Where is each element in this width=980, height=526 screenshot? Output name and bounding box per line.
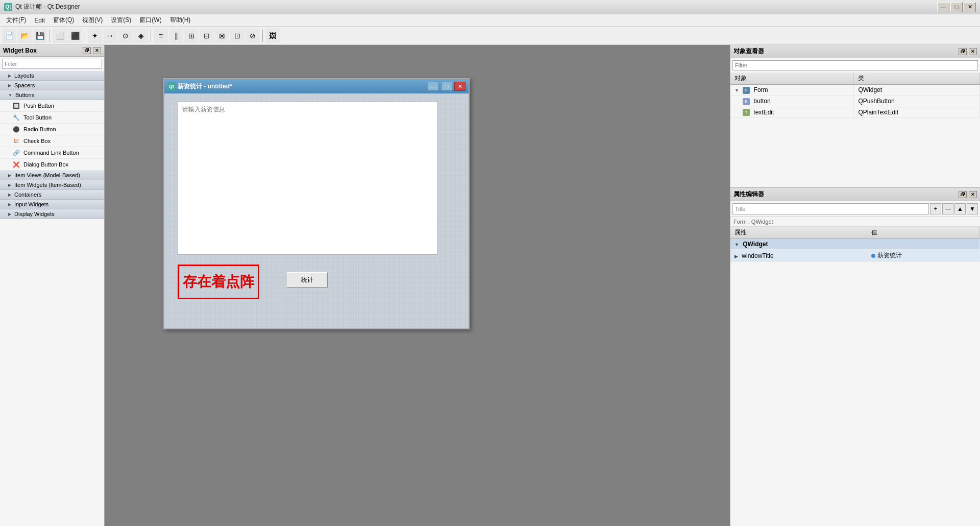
table-row[interactable]: B button QPushButton: [730, 95, 980, 107]
object-inspector-close[interactable]: ✕: [969, 48, 977, 55]
category-item-views[interactable]: Item Views (Model-Based): [0, 171, 104, 180]
value-indicator: [871, 254, 875, 258]
toolbar-sep4: [262, 30, 263, 42]
toolbar-preview[interactable]: 🖼: [265, 29, 280, 43]
red-border-button[interactable]: 存在着点阵: [178, 265, 259, 299]
form-minimize-button[interactable]: —: [428, 82, 439, 91]
form-maximize-button[interactable]: □: [441, 82, 452, 91]
close-button[interactable]: ✕: [964, 2, 976, 12]
tool-button-icon: 🔧: [12, 113, 20, 122]
menu-file[interactable]: 文件(F): [2, 15, 30, 26]
object-inspector-title: 对象查看器: [733, 47, 764, 56]
stats-button[interactable]: 统计: [287, 272, 328, 288]
toolbar-box1[interactable]: ⬜: [53, 29, 67, 43]
menu-help[interactable]: 帮助(H): [166, 15, 195, 26]
prop-value-window-title[interactable]: 薪资统计: [867, 250, 979, 262]
object-inspector-header: 对象查看器 🗗 ✕: [730, 45, 980, 58]
widget-box-float[interactable]: 🗗: [83, 47, 91, 54]
property-editor-header: 属性编辑器 🗗 ✕: [730, 188, 980, 201]
menu-settings[interactable]: 设置(S): [107, 15, 135, 26]
canvas-area[interactable]: Qt 薪资统计 - untitled* — □ ✕ 存在着点阵 统计: [105, 45, 730, 526]
menu-window[interactable]: 窗口(W): [135, 15, 165, 26]
app-title: Qt 设计师 - Qt Designer: [15, 3, 937, 11]
toolbar-tab-order[interactable]: ⊙: [118, 29, 133, 43]
radio-button-icon: ⚫: [12, 125, 20, 133]
widget-check-box[interactable]: ☑ Check Box: [0, 135, 104, 147]
form-close-button[interactable]: ✕: [454, 82, 465, 91]
toolbar-sph[interactable]: ⊠: [215, 29, 229, 43]
category-display-widgets[interactable]: Display Widgets: [0, 209, 104, 219]
prop-filter-input[interactable]: [732, 203, 929, 214]
form-content[interactable]: 存在着点阵 统计: [164, 93, 469, 328]
table-row[interactable]: ▼ F Form QWidget: [730, 85, 980, 96]
dialog-button-icon: ❌: [12, 160, 20, 169]
widget-command-link-button[interactable]: 🔗 Command Link Button: [0, 147, 104, 159]
object-inspector-controls: 🗗 ✕: [959, 48, 977, 55]
toolbar-vlayout[interactable]: ∥: [169, 29, 183, 43]
property-editor-close[interactable]: ✕: [969, 191, 977, 198]
category-item-widgets[interactable]: Item Widgets (Item-Based): [0, 180, 104, 190]
class-textedit: QPlainTextEdit: [854, 107, 980, 118]
category-spacers[interactable]: Spacers: [0, 81, 104, 90]
menu-edit[interactable]: Edit: [30, 16, 49, 25]
widget-box-close[interactable]: ✕: [93, 47, 101, 54]
widget-tool-button[interactable]: 🔧 Tool Button: [0, 112, 104, 124]
push-button-icon: 🔲: [12, 102, 20, 110]
prop-col-name: 属性: [730, 227, 867, 239]
class-form: QWidget: [854, 85, 980, 96]
form-obj-icon: F: [743, 87, 750, 94]
toolbar-edit-widgets[interactable]: ✦: [88, 29, 102, 43]
widget-push-button[interactable]: 🔲 Push Button: [0, 100, 104, 112]
widget-box-controls: 🗗 ✕: [83, 47, 101, 54]
widget-radio-button[interactable]: ⚫ Radio Button: [0, 124, 104, 135]
toolbar-spv[interactable]: ⊡: [230, 29, 244, 43]
button-obj-icon: B: [743, 98, 750, 105]
property-editor-title: 属性编辑器: [733, 190, 764, 199]
property-editor-float[interactable]: 🗗: [959, 191, 967, 198]
object-name-button: B button: [730, 95, 854, 107]
prop-row-window-title[interactable]: ▶ windowTitle 薪资统计: [730, 250, 980, 262]
widget-filter-input[interactable]: [2, 59, 102, 69]
prop-col-value: 值: [867, 227, 979, 239]
toolbar-glayout[interactable]: ⊞: [184, 29, 199, 43]
object-inspector-float[interactable]: 🗗: [959, 48, 967, 55]
toolbar-new[interactable]: 📄: [2, 29, 16, 43]
toolbar-flayout[interactable]: ⊟: [200, 29, 214, 43]
table-row[interactable]: T textEdit QPlainTextEdit: [730, 107, 980, 118]
form-titlebar: Qt 薪资统计 - untitled* — □ ✕: [164, 79, 469, 93]
category-layouts[interactable]: Layouts: [0, 71, 104, 81]
expand-window-title-icon: ▶: [734, 254, 738, 259]
toolbar-buddy[interactable]: ↔: [103, 29, 117, 43]
menu-form[interactable]: 窗体(Q): [49, 15, 78, 26]
maximize-button[interactable]: □: [950, 2, 963, 12]
menu-view[interactable]: 视图(V): [78, 15, 107, 26]
toolbar-save[interactable]: 💾: [33, 29, 47, 43]
toolbar-sep3: [151, 30, 151, 42]
toolbar-open[interactable]: 📂: [17, 29, 32, 43]
category-containers[interactable]: Containers: [0, 190, 104, 200]
prop-filter-row: + — ▲ ▼: [730, 201, 980, 217]
main-layout: Widget Box 🗗 ✕ Layouts Spacers Buttons 🔲…: [0, 45, 980, 526]
expand-form-icon[interactable]: ▼: [734, 88, 739, 93]
toolbar-break[interactable]: ◈: [134, 29, 148, 43]
form-textarea[interactable]: [178, 102, 438, 255]
toolbar-box2[interactable]: ⬛: [68, 29, 82, 43]
toolbar-sep1: [50, 30, 50, 42]
widget-dialog-button-box[interactable]: ❌ Dialog Button Box: [0, 159, 104, 171]
toolbar-sep2: [85, 30, 85, 42]
form-window: Qt 薪资统计 - untitled* — □ ✕ 存在着点阵 统计: [163, 78, 470, 329]
toolbar-adjust[interactable]: ⊘: [246, 29, 260, 43]
prop-section-qwidget[interactable]: ▼ QWidget: [730, 239, 980, 250]
prop-context: Form : QWidget: [730, 217, 980, 227]
category-buttons[interactable]: Buttons: [0, 90, 104, 100]
property-table: 属性 值 ▼ QWidget ▶ windowTitle: [730, 227, 980, 262]
prop-up-button[interactable]: ▲: [954, 203, 966, 214]
toolbar-hlayout[interactable]: ≡: [154, 29, 168, 43]
object-inspector-filter[interactable]: [732, 60, 978, 70]
minimize-button[interactable]: —: [937, 2, 949, 12]
prop-remove-button[interactable]: —: [942, 203, 953, 214]
category-input-widgets[interactable]: Input Widgets: [0, 200, 104, 209]
prop-down-button[interactable]: ▼: [967, 203, 978, 214]
prop-add-button[interactable]: +: [930, 203, 941, 214]
widget-box: Widget Box 🗗 ✕ Layouts Spacers Buttons 🔲…: [0, 45, 105, 526]
